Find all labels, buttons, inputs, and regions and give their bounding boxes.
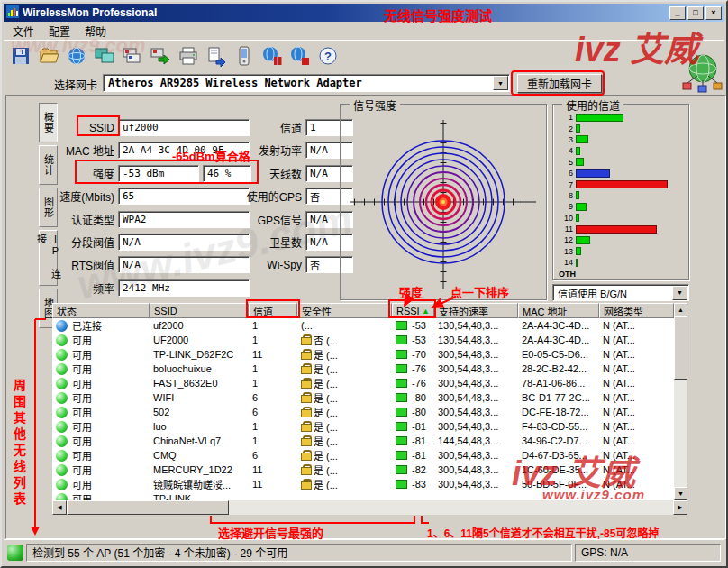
horizontal-scroll-thumb[interactable]	[67, 500, 229, 515]
scroll-down-icon[interactable]: ▼	[674, 487, 687, 500]
signal-level-icon	[396, 480, 407, 489]
close-button[interactable]: ×	[705, 6, 722, 20]
table-row[interactable]: 可用FAST_8632E01是 (...-76300,54,48,3...78-…	[52, 376, 674, 390]
table-row[interactable]: 可用TP-LINK_...	[52, 491, 674, 500]
table-row[interactable]: 可用luo1是 (...-81300,54,48,3...F4-83-CD-55…	[52, 419, 674, 434]
field-label: MAC 地址	[21, 142, 114, 158]
cell-network-type: N (AT...	[599, 376, 674, 390]
reload-adapter-button[interactable]: 重新加载网卡	[517, 74, 602, 93]
maximize-button[interactable]: □	[687, 6, 704, 20]
cell-rates: 300,54,48,3...	[434, 362, 518, 376]
channel-usage-bar	[576, 135, 588, 143]
channel-band-select[interactable]: 信道使用 B/G/N ▼	[552, 284, 689, 301]
table-row[interactable]: 可用CMQ6是 (...-81300,54,48,3...D4-67-D3-65…	[52, 448, 674, 463]
cell-security: 是 (...	[297, 376, 392, 390]
summary-globe-icon[interactable]	[64, 43, 89, 69]
scroll-up-icon[interactable]: ▲	[674, 303, 687, 316]
table-row[interactable]: 可用镜贼皖镶勒嵯浽...11是 (...-83300,54,48,3...50-…	[52, 477, 674, 491]
cell-channel	[249, 491, 297, 500]
column-header-status[interactable]: 状态	[52, 303, 150, 318]
table-row[interactable]: 可用TP-LINK_D62F2C11是 (...-70300,54,48,3..…	[52, 347, 674, 362]
menu-help[interactable]: 帮助	[77, 22, 114, 41]
cell-mac: D4-67-D3-65...	[518, 448, 599, 463]
monitors-icon[interactable]	[92, 43, 117, 69]
lock-icon	[301, 363, 310, 374]
column-header-ssid[interactable]: SSID	[150, 303, 249, 318]
reload-adapter-icon[interactable]	[148, 43, 173, 69]
channel-other-label: OTH	[559, 270, 576, 279]
channel-number: 12	[559, 235, 573, 244]
vertical-scrollbar[interactable]: ▲ ▼	[674, 303, 687, 500]
cell-ssid: CMQ	[150, 448, 249, 463]
cell-mac: 78-A1-06-86...	[518, 376, 599, 390]
dropdown-arrow-icon[interactable]: ▼	[672, 286, 687, 300]
sort-ascending-icon: ▲	[422, 307, 430, 316]
cell-status: 可用	[52, 477, 150, 491]
save-icon[interactable]	[8, 43, 33, 69]
lock-icon	[301, 334, 310, 345]
field-label: 天线数	[214, 166, 302, 181]
available-icon	[56, 349, 68, 361]
cell-rates: 130,54,48,3...	[434, 318, 518, 333]
channel-number: 7	[559, 180, 573, 189]
available-icon	[56, 493, 68, 501]
toolbar: ?	[4, 40, 724, 71]
column-header-rssi[interactable]: RSSI▲	[392, 303, 434, 318]
menu-bar: 文件配置帮助	[4, 22, 724, 40]
column-header-network-type[interactable]: 网络类型	[599, 303, 674, 318]
title-bar[interactable]: WirelessMon Professional _ □ ×	[4, 4, 724, 22]
export-icon[interactable]	[204, 43, 229, 69]
cell-network-type: N (AT...	[599, 318, 674, 333]
adapter-cards-icon[interactable]	[120, 43, 145, 69]
cell-status: 可用	[52, 390, 150, 405]
menu-file[interactable]: 文件	[5, 22, 41, 41]
help-icon[interactable]: ?	[315, 43, 341, 69]
cell-status: 可用	[52, 333, 150, 347]
column-header-rates[interactable]: 支持的速率	[434, 303, 518, 318]
pause-scan-icon[interactable]	[259, 43, 285, 69]
cell-channel: 1	[249, 318, 297, 333]
cell-security: 是 (...	[297, 463, 392, 477]
channel-usage-bar	[576, 114, 623, 122]
table-row[interactable]: 已连接uf20001(...-53130,54,48,3...2A-A4-3C-…	[52, 318, 674, 333]
dropdown-arrow-icon[interactable]: ▼	[493, 76, 508, 90]
scroll-left-icon[interactable]: ◀	[52, 500, 67, 515]
lock-icon	[301, 421, 310, 432]
table-row[interactable]: 可用WIFI6是 (...-80300,54,48,3...BC-D1-77-2…	[52, 390, 674, 405]
column-header-mac[interactable]: MAC 地址	[518, 303, 599, 318]
scroll-right-icon[interactable]: ▶	[673, 500, 687, 515]
horizontal-scrollbar[interactable]: ◀ ▶	[52, 500, 687, 515]
signal-strength-radar	[346, 115, 541, 294]
channel-usage-chart: 1234567891011121314OTH	[559, 112, 685, 278]
cell-rates	[434, 491, 518, 500]
cell-security: 是 (...	[297, 434, 392, 448]
table-row[interactable]: 可用5026是 (...-80300,54,48,3...DC-FE-18-72…	[52, 405, 674, 419]
field-label: 卫星数	[214, 234, 302, 250]
print-icon[interactable]	[176, 43, 201, 69]
stop-scan-icon[interactable]	[287, 43, 313, 69]
table-row[interactable]: 可用ChinaNet-VLq71是 (...-81144,54,48,3...3…	[52, 434, 674, 448]
cell-network-type: N (AT...	[599, 434, 674, 448]
table-row[interactable]: 可用UF20001否 (...-53130,54,48,3...2A-A4-3C…	[52, 333, 674, 347]
cell-mac: DC-FE-18-72...	[518, 405, 599, 419]
cell-network-type: N (AT...	[599, 405, 674, 419]
table-row[interactable]: 可用MERCURY_1D2211是 (...-82300,54,48,3...1…	[52, 463, 674, 477]
open-folder-icon[interactable]	[36, 43, 61, 69]
cell-rssi: -81	[392, 434, 434, 448]
pda-icon[interactable]	[232, 43, 257, 69]
cell-ssid: 502	[150, 405, 249, 419]
cell-rates: 300,54,48,3...	[434, 347, 518, 362]
menu-config[interactable]: 配置	[41, 22, 77, 41]
cell-security: 是 (...	[297, 477, 392, 491]
signal-level-icon	[396, 350, 407, 359]
minimize-button[interactable]: _	[669, 6, 686, 20]
cell-mac: BC-D1-77-2C...	[518, 390, 599, 405]
table-row[interactable]: 可用boluochuixue1是 (...-76300,54,48,3...28…	[52, 362, 674, 376]
column-header-security[interactable]: 安全性	[297, 303, 392, 318]
signal-level-icon	[396, 335, 407, 344]
cell-network-type: N (AT...	[599, 477, 674, 491]
adapter-select[interactable]: Atheros AR9285 Wireless Network Adapter …	[103, 74, 510, 92]
cell-rates: 300,54,48,3...	[434, 390, 518, 405]
vertical-scroll-thumb[interactable]	[674, 316, 687, 380]
column-header-channel[interactable]: 信道	[249, 303, 297, 318]
